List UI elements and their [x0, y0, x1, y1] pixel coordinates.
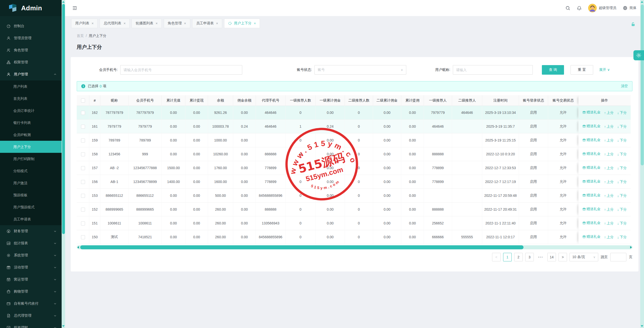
gift-button[interactable]: 赠送礼金 — [582, 221, 601, 225]
row-checkbox[interactable] — [81, 152, 85, 156]
close-icon[interactable]: × — [254, 21, 256, 25]
scroll-left-icon[interactable] — [77, 246, 79, 249]
sidebar-subitem-0[interactable]: 用户列表 — [0, 80, 62, 92]
sidebar-subitem-1[interactable]: 首充列表 — [0, 92, 62, 105]
sidebar-item-3[interactable]: 权限管理 — [0, 56, 62, 68]
sidebar-subitem-6[interactable]: 用户打码限制 — [0, 153, 62, 165]
score-up-button[interactable]: ↑上分 — [604, 166, 614, 170]
tab-1[interactable]: 总代理列表× — [100, 19, 130, 28]
close-icon[interactable]: × — [216, 21, 218, 25]
page-scroll-down-icon[interactable] — [641, 325, 643, 327]
tab-0[interactable]: 用户列表× — [71, 19, 98, 28]
tab-4[interactable]: 员工申请表× — [192, 19, 222, 28]
user-menu[interactable]: 超级管理员 — [588, 4, 616, 12]
sidebar-subitem-7[interactable]: 分组模式 — [0, 165, 62, 177]
gift-button[interactable]: 赠送礼金 — [582, 235, 601, 239]
score-up-button[interactable]: ↑上分 — [604, 235, 614, 240]
page-scrollbar-thumb[interactable] — [641, 5, 644, 165]
status-filter-select[interactable]: 账号 ∨ — [314, 65, 406, 75]
sidebar-subitem-11[interactable]: 员工申请表 — [0, 213, 62, 225]
sidebar-item-13[interactable]: 投资理财 — [0, 322, 62, 328]
score-up-button[interactable]: ↑上分 — [604, 124, 614, 129]
unlock-icon[interactable] — [631, 22, 635, 27]
row-checkbox[interactable] — [81, 221, 85, 225]
refresh-icon[interactable] — [228, 22, 232, 25]
score-down-button[interactable]: ↓下分 — [617, 111, 627, 115]
sidebar-item-11[interactable]: 自有账号代收付 — [0, 298, 62, 310]
prev-page-button[interactable]: < — [492, 253, 501, 261]
sidebar-scrollbar[interactable] — [62, 0, 65, 328]
sidebar-subitem-3[interactable]: 银行卡列表 — [0, 117, 62, 129]
page-button-3[interactable]: 3 — [525, 253, 534, 261]
close-icon[interactable]: × — [155, 21, 157, 25]
tab-5-active[interactable]: 用户上下分× — [224, 19, 260, 28]
close-icon[interactable]: × — [92, 21, 94, 25]
phone-filter-input[interactable] — [120, 65, 242, 75]
sidebar-item-7[interactable]: 系统管理 — [0, 249, 62, 261]
expand-link[interactable]: 展开 ∨ — [599, 68, 610, 72]
gift-button[interactable]: 赠送礼金 — [582, 207, 601, 211]
jump-page-input[interactable] — [610, 253, 626, 261]
sidebar-subitem-9[interactable]: 预设模板 — [0, 189, 62, 201]
search-button[interactable]: 查 询 — [542, 65, 564, 75]
sidebar-item-10[interactable]: 购物管理 — [0, 286, 62, 298]
sidebar-subitem-8[interactable]: 用户激活 — [0, 177, 62, 189]
search-icon[interactable] — [566, 6, 570, 11]
row-checkbox[interactable] — [81, 111, 85, 115]
settings-gear-button[interactable] — [633, 50, 644, 60]
sidebar-item-8[interactable]: 活动管理 — [0, 261, 62, 273]
scroll-right-icon[interactable] — [630, 246, 632, 249]
gift-button[interactable]: 赠送礼金 — [582, 165, 601, 170]
sidebar-subitem-2[interactable]: 会员订单统计 — [0, 105, 62, 117]
page-size-select[interactable]: 10 条/页∨ — [570, 253, 598, 261]
sidebar-subitem-4[interactable]: 会员IP检测 — [0, 129, 62, 141]
select-all-checkbox[interactable] — [81, 99, 85, 103]
tab-3[interactable]: 角色管理× — [164, 19, 190, 28]
sidebar-scrollbar-thumb[interactable] — [62, 4, 65, 234]
nick-filter-input[interactable] — [453, 65, 533, 75]
row-checkbox[interactable] — [81, 208, 85, 212]
close-icon[interactable]: × — [124, 21, 126, 25]
reset-button[interactable]: 重 置 — [571, 65, 593, 75]
next-page-button[interactable]: > — [558, 253, 567, 261]
gift-button[interactable]: 赠送礼金 — [582, 138, 601, 142]
breadcrumb-home[interactable]: 首页 — [77, 34, 84, 38]
score-down-button[interactable]: ↓下分 — [617, 235, 627, 240]
score-down-button[interactable]: ↓下分 — [617, 124, 627, 129]
page-button-2[interactable]: 2 — [514, 253, 523, 261]
sidebar-item-5[interactable]: 财务管理 — [0, 225, 62, 237]
scroll-down-icon[interactable] — [62, 325, 65, 327]
score-down-button[interactable]: ↓下分 — [617, 180, 627, 184]
page-button-1[interactable]: 1 — [503, 253, 512, 261]
score-down-button[interactable]: ↓下分 — [617, 194, 627, 198]
gift-button[interactable]: 赠送礼金 — [582, 193, 601, 198]
horizontal-scrollbar-thumb[interactable] — [80, 245, 524, 249]
row-checkbox[interactable] — [81, 125, 85, 129]
horizontal-scrollbar[interactable] — [77, 245, 632, 249]
sidebar-subitem-10[interactable]: 用户预设模式 — [0, 201, 62, 213]
menu-fold-icon[interactable] — [72, 6, 77, 11]
page-button-14[interactable]: 14 — [547, 253, 556, 261]
row-checkbox[interactable] — [81, 235, 85, 239]
score-down-button[interactable]: ↓下分 — [617, 152, 627, 157]
gift-button[interactable]: 赠送礼金 — [582, 152, 601, 156]
row-checkbox[interactable] — [81, 194, 85, 198]
score-up-button[interactable]: ↑上分 — [604, 221, 614, 226]
score-up-button[interactable]: ↑上分 — [604, 152, 614, 157]
sidebar-item-0[interactable]: 控制台 — [0, 20, 62, 32]
sidebar-item-12[interactable]: 总代理管理 — [0, 310, 62, 322]
sidebar-item-1[interactable]: 管理员管理 — [0, 32, 62, 44]
score-up-button[interactable]: ↑上分 — [604, 207, 614, 212]
score-down-button[interactable]: ↓下分 — [617, 138, 627, 143]
sidebar-item-6[interactable]: 统计报表 — [0, 237, 62, 249]
sidebar-item-4[interactable]: 用户管理 — [0, 68, 62, 80]
score-down-button[interactable]: ↓下分 — [617, 207, 627, 212]
clear-selection-link[interactable]: 清空 — [621, 84, 628, 88]
score-up-button[interactable]: ↑上分 — [604, 180, 614, 184]
sidebar-item-2[interactable]: 角色管理 — [0, 44, 62, 56]
scroll-up-icon[interactable] — [62, 1, 65, 3]
score-up-button[interactable]: ↑上分 — [604, 138, 614, 143]
page-scroll-up-icon[interactable] — [641, 1, 643, 3]
score-down-button[interactable]: ↓下分 — [617, 221, 627, 226]
row-checkbox[interactable] — [81, 166, 85, 170]
